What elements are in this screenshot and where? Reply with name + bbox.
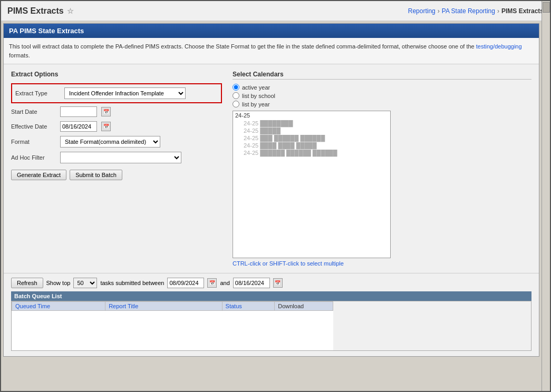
scroll-thumb[interactable] [543, 2, 550, 13]
radio-list-by-year: list by year [233, 101, 531, 107]
testing-link[interactable]: testing/debugging [476, 43, 522, 50]
radio-list-by-year-label: list by year [242, 101, 270, 107]
calendar-listbox[interactable]: 24-25 24-25 ████████ 24-25 █████ 24-25 █… [233, 111, 391, 258]
cal-item-3[interactable]: 24-25 ███ ██████ ██████ [233, 134, 390, 142]
cal-group-2425: 24-25 [233, 111, 390, 120]
breadcrumb-pa-state[interactable]: PA State Reporting [442, 7, 495, 15]
effective-date-input[interactable] [60, 121, 97, 132]
radio-active-year-input[interactable] [233, 84, 239, 91]
radio-list-by-year-input[interactable] [233, 101, 239, 107]
col-status[interactable]: Status [222, 302, 275, 311]
batch-date-from-calendar[interactable]: 📅 [207, 278, 217, 288]
batch-queue-header: Batch Queue List [11, 291, 531, 301]
batch-table-wrapper: Queued Time Report Title Status Download [11, 301, 531, 351]
calendar-radio-group: active year list by school list by year [233, 84, 531, 107]
effective-date-row: Effective Date 📅 [11, 120, 222, 133]
start-date-row: Start Date 📅 [11, 105, 222, 118]
radio-list-by-school-label: list by school [242, 93, 275, 99]
start-date-input[interactable] [60, 106, 97, 117]
tasks-label: tasks submitted between [100, 280, 164, 286]
table-row [12, 311, 333, 350]
format-row: Format State Format(comma delimited) Tab… [11, 135, 222, 149]
section-title: PA PIMS State Extracts [9, 27, 84, 35]
batch-table: Queued Time Report Title Status Download [12, 301, 333, 350]
calendar-section: Select Calendars active year list by sch… [233, 71, 531, 267]
breadcrumb-sep-1: › [438, 7, 440, 15]
batch-date-to-input[interactable] [233, 278, 270, 288]
breadcrumb-sep-2: › [497, 7, 499, 15]
desc-part2: formats. [9, 52, 30, 58]
col-queued-time[interactable]: Queued Time [12, 302, 105, 311]
extract-options-panel: Extract Options Extract Type Incident Of… [11, 71, 222, 267]
extract-type-select[interactable]: Incident Offender Infraction Template St… [64, 87, 186, 99]
adhoc-filter-row: Ad Hoc Filter [11, 151, 222, 164]
and-label: and [220, 280, 229, 286]
batch-date-from-input[interactable] [167, 278, 204, 288]
format-select[interactable]: State Format(comma delimited) Tab Delimi… [60, 136, 160, 148]
radio-list-by-school-input[interactable] [233, 92, 239, 99]
description: This tool will extract data to complete … [4, 38, 539, 64]
show-top-select[interactable]: 10 25 50 100 [73, 278, 97, 288]
submit-to-batch-button[interactable]: Submit to Batch [70, 170, 122, 180]
breadcrumb: Reporting › PA State Reporting › PIMS Ex… [408, 7, 544, 15]
show-top-label: Show top [46, 280, 71, 286]
desc-part1: This tool will extract data to complete … [9, 43, 476, 50]
section-header: PA PIMS State Extracts [4, 24, 539, 38]
start-date-label: Start Date [11, 109, 56, 115]
cal-item-1[interactable]: 24-25 ████████ [233, 120, 390, 127]
extract-type-label: Extract Type [15, 90, 60, 96]
star-icon[interactable]: ☆ [67, 7, 74, 15]
batch-table-body [12, 311, 333, 350]
cal-item-5[interactable]: 24-25 ██████ ██████ ██████ [233, 149, 390, 156]
adhoc-label: Ad Hoc Filter [11, 154, 56, 161]
form-area: Extract Options Extract Type Incident Of… [4, 64, 539, 273]
calendar-section-title: Select Calendars [233, 71, 531, 80]
cal-item-2[interactable]: 24-25 █████ [233, 127, 390, 134]
top-header: PIMS Extracts ☆ Reporting › PA State Rep… [1, 1, 550, 21]
radio-active-year-label: active year [242, 84, 270, 91]
batch-date-to-calendar[interactable]: 📅 [273, 278, 283, 288]
page-title: PIMS Extracts ☆ [7, 6, 74, 16]
batch-area: Refresh Show top 10 25 50 100 tasks subm… [4, 273, 539, 356]
start-date-calendar-button[interactable]: 📅 [101, 107, 111, 116]
extract-type-box: Extract Type Incident Offender Infractio… [11, 83, 222, 103]
effective-date-calendar-button[interactable]: 📅 [101, 122, 111, 131]
format-label: Format [11, 139, 56, 145]
title-text: PIMS Extracts [7, 6, 64, 16]
breadcrumb-reporting[interactable]: Reporting [408, 7, 436, 15]
radio-active-year: active year [233, 84, 531, 91]
radio-list-by-school: list by school [233, 92, 531, 99]
breadcrumb-current: PIMS Extracts [501, 7, 544, 15]
batch-controls: Refresh Show top 10 25 50 100 tasks subm… [11, 278, 531, 288]
action-buttons: Generate Extract Submit to Batch [11, 170, 222, 180]
scrollbar[interactable] [542, 1, 550, 391]
refresh-button[interactable]: Refresh [11, 278, 43, 288]
content-area: PA PIMS State Extracts This tool will ex… [3, 23, 539, 357]
col-download: Download [275, 302, 333, 311]
adhoc-filter-select[interactable] [60, 152, 181, 163]
col-report-title[interactable]: Report Title [105, 302, 222, 311]
ctrl-hint: CTRL-click or SHIFT-click to select mult… [233, 260, 531, 267]
cal-item-4[interactable]: 24-25 ████ ████ █████ [233, 142, 390, 149]
effective-date-label: Effective Date [11, 123, 56, 130]
generate-extract-button[interactable]: Generate Extract [11, 170, 66, 180]
extract-options-title: Extract Options [11, 71, 222, 79]
